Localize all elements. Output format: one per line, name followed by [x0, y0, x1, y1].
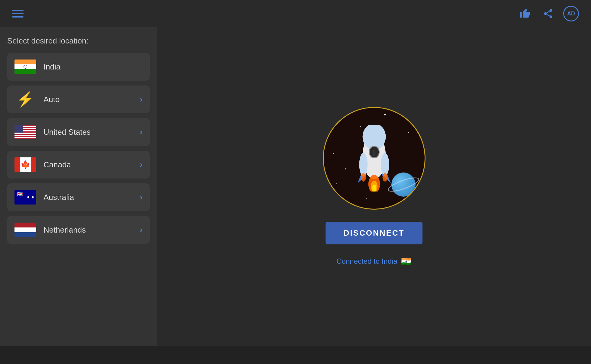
svg-point-4	[359, 153, 368, 176]
canada-chevron-icon: ›	[140, 160, 143, 169]
planet-graphic	[391, 172, 416, 197]
star	[336, 183, 337, 184]
connection-flag-icon: 🇮🇳	[401, 256, 412, 266]
star	[333, 153, 334, 154]
lightning-icon: ⚡	[16, 91, 34, 108]
main-content: Select desired location: India ⚡ Auto ›	[0, 27, 591, 346]
india-flag-icon	[14, 60, 36, 74]
svg-point-5	[381, 153, 389, 176]
hamburger-menu[interactable]	[12, 10, 24, 18]
au-flag-icon: 🇬🇧 ✦✦	[14, 190, 36, 205]
india-flag-container	[14, 60, 36, 74]
netherlands-chevron-icon: ›	[140, 225, 143, 235]
ca-flag-container: 🍁	[14, 157, 36, 172]
australia-label: Australia	[43, 193, 140, 202]
ad-label: AD	[567, 11, 575, 17]
location-item-netherlands[interactable]: Netherlands ›	[7, 216, 150, 244]
star	[414, 120, 416, 121]
right-panel: DISCONNECT Connected to India 🇮🇳	[157, 27, 591, 346]
auto-icon-container: ⚡	[14, 92, 36, 107]
star	[345, 168, 346, 169]
location-item-india[interactable]: India	[7, 53, 150, 81]
sidebar-title: Select desired location:	[7, 36, 150, 46]
auto-label: Auto	[43, 95, 140, 104]
bottom-bar	[0, 346, 591, 364]
svg-rect-3	[373, 150, 375, 156]
star	[408, 132, 409, 133]
top-right-icons: AD	[517, 6, 579, 21]
location-item-auto[interactable]: ⚡ Auto ›	[7, 85, 150, 113]
au-flag-container: 🇬🇧 ✦✦	[14, 190, 36, 205]
us-flag-container	[14, 125, 36, 139]
sidebar: Select desired location: India ⚡ Auto ›	[0, 27, 157, 346]
star	[339, 117, 340, 118]
ca-flag-icon: 🍁	[14, 157, 36, 172]
svg-point-10	[382, 173, 387, 182]
star	[366, 198, 367, 199]
location-item-australia[interactable]: 🇬🇧 ✦✦ Australia ›	[7, 183, 150, 211]
rocket-scene	[324, 108, 425, 209]
star	[384, 114, 386, 115]
nl-flag-container	[14, 223, 36, 237]
nl-flag-icon	[14, 223, 36, 237]
us-chevron-icon: ›	[140, 127, 143, 137]
canada-label: Canada	[43, 160, 140, 169]
svg-point-9	[361, 173, 366, 182]
auto-chevron-icon: ›	[140, 95, 143, 104]
location-item-canada[interactable]: 🍁 Canada ›	[7, 151, 150, 179]
like-button[interactable]	[517, 6, 533, 21]
us-flag-icon	[14, 125, 36, 139]
ad-button[interactable]: AD	[563, 6, 579, 21]
netherlands-label: Netherlands	[43, 225, 140, 235]
share-button[interactable]	[540, 6, 556, 21]
location-item-united-states[interactable]: United States ›	[7, 118, 150, 146]
top-bar: AD	[0, 0, 591, 27]
india-label: India	[43, 62, 143, 72]
rocket-circle	[323, 107, 426, 210]
connection-status: Connected to India 🇮🇳	[336, 256, 411, 266]
australia-chevron-icon: ›	[140, 192, 143, 202]
disconnect-button[interactable]: DISCONNECT	[326, 222, 423, 244]
connection-status-text: Connected to India	[336, 257, 397, 266]
us-label: United States	[43, 127, 140, 137]
